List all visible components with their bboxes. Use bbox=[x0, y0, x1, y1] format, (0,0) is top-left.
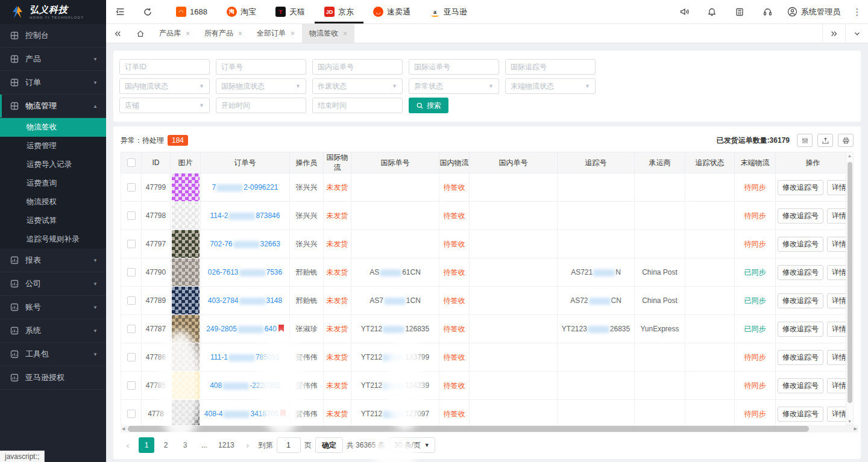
page-tab[interactable]: 全部订单 × bbox=[250, 24, 302, 43]
collapse-sidebar-icon[interactable] bbox=[106, 0, 134, 23]
start-time-input[interactable] bbox=[216, 98, 306, 113]
sidebar-item[interactable]: 公司 ▼ bbox=[0, 272, 106, 296]
detail-button[interactable]: 详情 bbox=[827, 350, 846, 365]
page-number[interactable]: ... bbox=[197, 437, 212, 453]
sidebar-subitem[interactable]: 运费管理 bbox=[0, 137, 106, 155]
sidebar-item[interactable]: 物流管理 ▲ bbox=[0, 95, 106, 118]
filter-input[interactable] bbox=[312, 59, 403, 75]
platform-item[interactable]: JD 京东 bbox=[315, 0, 363, 23]
filter-select[interactable]: 末端物流状态 ▼ bbox=[505, 78, 596, 94]
prev-page-icon[interactable]: ‹ bbox=[121, 437, 135, 453]
page-tab[interactable]: 物流签收 × bbox=[302, 24, 354, 43]
pending-link[interactable]: 待处理 bbox=[142, 136, 164, 146]
select-all-checkbox[interactable] bbox=[127, 158, 136, 167]
detail-button[interactable]: 详情 bbox=[827, 180, 846, 195]
tab-close-icon[interactable]: × bbox=[291, 30, 295, 38]
product-image[interactable] bbox=[172, 202, 200, 229]
product-image[interactable] bbox=[172, 173, 200, 201]
sidebar-item[interactable]: 产品 ▼ bbox=[0, 48, 106, 71]
sidebar-item[interactable]: 报表 ▼ bbox=[0, 249, 106, 272]
platform-item[interactable]: a 亚马逊 bbox=[420, 0, 477, 23]
product-image[interactable] bbox=[172, 372, 200, 399]
platform-item[interactable]: ◡ 速卖通 bbox=[363, 0, 420, 23]
filter-select[interactable]: 作废状态 ▼ bbox=[312, 78, 403, 94]
edit-tracking-button[interactable]: 修改追踪号 bbox=[778, 180, 823, 195]
edit-tracking-button[interactable]: 修改追踪号 bbox=[778, 407, 823, 422]
platform-item[interactable]: ◠ 1688 bbox=[166, 0, 217, 23]
shop-select[interactable]: 店铺 ▼ bbox=[119, 98, 210, 113]
filter-select[interactable]: 国际物流状态 ▼ bbox=[216, 78, 306, 94]
page-number[interactable]: 3 bbox=[177, 437, 193, 453]
edit-tracking-button[interactable]: 修改追踪号 bbox=[778, 378, 823, 393]
tab-close-icon[interactable]: × bbox=[186, 30, 190, 38]
platform-item[interactable]: T 天猫 bbox=[266, 0, 315, 23]
row-checkbox[interactable] bbox=[127, 325, 136, 333]
order-number-link[interactable]: 702-7632663 bbox=[210, 240, 280, 248]
filter-input[interactable] bbox=[119, 59, 210, 75]
calculator-icon[interactable] bbox=[726, 0, 753, 23]
next-page-icon[interactable]: › bbox=[241, 437, 255, 453]
scroll-up-icon[interactable]: ▲ bbox=[846, 154, 853, 158]
product-image[interactable] bbox=[172, 400, 200, 425]
detail-button[interactable]: 详情 bbox=[827, 322, 846, 337]
sidebar-subitem[interactable]: 运费查询 bbox=[0, 174, 106, 193]
user-menu[interactable]: 系统管理员 bbox=[781, 0, 846, 23]
detail-button[interactable]: 详情 bbox=[827, 208, 846, 223]
edit-tracking-button[interactable]: 修改追踪号 bbox=[778, 322, 823, 337]
order-number-link[interactable]: 111-1785051 bbox=[210, 353, 280, 361]
sidebar-subitem[interactable]: 物流签收 bbox=[0, 118, 106, 137]
product-image[interactable] bbox=[172, 343, 200, 371]
edit-tracking-button[interactable]: 修改追踪号 bbox=[778, 293, 823, 308]
horizontal-scrollbar[interactable]: ◀ ▶ bbox=[121, 425, 858, 432]
sidebar-subitem[interactable]: 追踪号规则补录 bbox=[0, 230, 106, 249]
platform-item[interactable]: 淘 淘宝 bbox=[217, 0, 266, 23]
column-settings-button[interactable] bbox=[797, 134, 813, 147]
sidebar-item[interactable]: 亚马逊授权 bbox=[0, 366, 106, 390]
edit-tracking-button[interactable]: 修改追踪号 bbox=[778, 237, 823, 252]
more-options-icon[interactable]: ⋮ bbox=[846, 0, 868, 23]
page-number[interactable]: 1213 bbox=[216, 437, 237, 453]
row-checkbox[interactable] bbox=[127, 211, 136, 220]
tabs-menu-icon[interactable] bbox=[845, 24, 868, 43]
order-number-link[interactable]: 403-27843148 bbox=[208, 296, 282, 305]
edit-tracking-button[interactable]: 修改追踪号 bbox=[778, 350, 823, 365]
detail-button[interactable]: 详情 bbox=[827, 237, 846, 252]
page-number[interactable]: 2 bbox=[158, 437, 174, 453]
row-checkbox[interactable] bbox=[127, 353, 136, 361]
row-checkbox[interactable] bbox=[127, 268, 136, 276]
page-size-select[interactable]: 30 条/页 ▼ bbox=[389, 437, 435, 453]
row-checkbox[interactable] bbox=[127, 296, 136, 305]
confirm-page-button[interactable]: 确定 bbox=[315, 437, 343, 453]
scroll-down-icon[interactable]: ▼ bbox=[846, 419, 853, 423]
tabs-scroll-right-icon[interactable] bbox=[822, 24, 845, 43]
goto-page-input[interactable] bbox=[277, 437, 301, 453]
scroll-left-icon[interactable]: ◀ bbox=[122, 425, 125, 432]
order-number-link[interactable]: 408-2220355 bbox=[210, 381, 280, 390]
sidebar-subitem[interactable]: 运费导入记录 bbox=[0, 155, 106, 174]
product-image[interactable] bbox=[172, 258, 200, 286]
detail-button[interactable]: 详情 bbox=[827, 293, 846, 308]
product-image[interactable] bbox=[172, 287, 200, 314]
filter-input[interactable] bbox=[409, 59, 499, 75]
filter-select[interactable]: 异常状态 ▼ bbox=[409, 78, 499, 94]
vertical-scrollbar-thumb[interactable] bbox=[848, 162, 852, 403]
product-image[interactable] bbox=[172, 315, 200, 343]
tabs-scroll-left-icon[interactable] bbox=[106, 24, 129, 43]
sidebar-item[interactable]: 系统 ▼ bbox=[0, 319, 106, 343]
edit-tracking-button[interactable]: 修改追踪号 bbox=[778, 265, 823, 280]
order-number-link[interactable]: 408-43418705 bbox=[204, 410, 278, 418]
row-checkbox[interactable] bbox=[127, 240, 136, 248]
row-checkbox[interactable] bbox=[127, 183, 136, 192]
sidebar-subitem[interactable]: 物流授权 bbox=[0, 193, 106, 211]
detail-button[interactable]: 详情 bbox=[827, 265, 846, 280]
filter-select[interactable]: 国内物流状态 ▼ bbox=[119, 78, 210, 94]
detail-button[interactable]: 详情 bbox=[827, 407, 846, 422]
edit-tracking-button[interactable]: 修改追踪号 bbox=[778, 208, 823, 223]
headset-support-icon[interactable] bbox=[753, 0, 781, 23]
vertical-scrollbar[interactable]: ▲ ▼ bbox=[846, 152, 854, 425]
sidebar-item[interactable]: 控制台 bbox=[0, 24, 106, 48]
print-button[interactable] bbox=[838, 134, 854, 147]
scroll-right-icon[interactable]: ▶ bbox=[854, 425, 857, 432]
order-number-link[interactable]: 114-2873846 bbox=[210, 211, 280, 220]
tab-close-icon[interactable]: × bbox=[343, 30, 347, 38]
